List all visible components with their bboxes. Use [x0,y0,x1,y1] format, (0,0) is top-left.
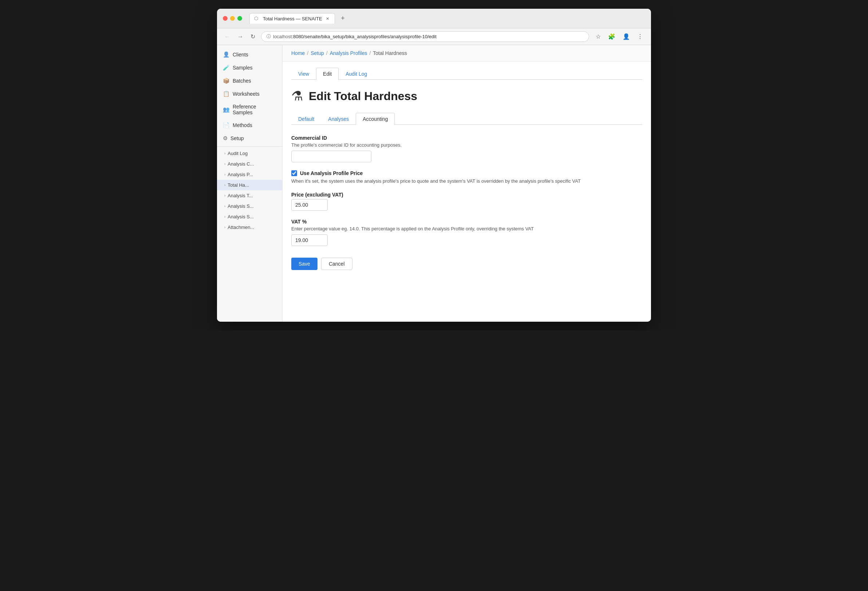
checkbox-row: Use Analysis Profile Price [291,170,583,176]
sidebar-sub-section: › Audit Log › Analysis C... › Analysis P… [217,146,282,233]
tab-analyses[interactable]: Analyses [321,113,356,125]
breadcrumb-setup[interactable]: Setup [311,50,324,56]
tab-close-button[interactable]: ✕ [325,16,330,21]
traffic-lights [223,16,242,21]
sidebar-sub-analysis-s2[interactable]: › Analysis S... [217,211,282,222]
sidebar-sub-label: Total Ha... [227,182,249,188]
accounting-form: Commercial ID The profile's commercial I… [291,135,583,270]
sidebar-sub-analysis-t[interactable]: › Analysis T... [217,190,282,201]
sidebar-item-methods[interactable]: 📄 Methods [217,119,282,132]
sidebar-sub-label: Analysis S... [227,203,254,209]
forward-button[interactable]: → [236,32,245,41]
sidebar-sub-label: Attachmen... [227,224,254,230]
chevron-icon: › [224,162,225,166]
vat-field: VAT % Enter percentage value eg. 14.0. T… [291,219,583,246]
address-bar[interactable]: ⓘ localhost:8080/senaite/bika_setup/bika… [261,31,589,42]
methods-icon: 📄 [223,122,230,128]
chevron-icon: › [224,215,225,219]
tab-default[interactable]: Default [291,113,321,125]
sidebar-item-label: Reference Samples [233,104,276,115]
main-content: Home / Setup / Analysis Profiles / Total… [282,45,651,322]
back-button[interactable]: ← [223,32,232,41]
maximize-button[interactable] [238,16,242,21]
breadcrumb-home[interactable]: Home [291,50,305,56]
sidebar-item-batches[interactable]: 📦 Batches [217,74,282,87]
extensions-button[interactable]: 🧩 [606,32,617,41]
vat-input[interactable] [291,234,328,246]
bookmark-button[interactable]: ☆ [593,32,603,41]
sidebar-item-reference-samples[interactable]: 👥 Reference Samples [217,100,282,119]
sidebar-sub-label: Audit Log [227,151,248,156]
tab-view[interactable]: View [291,68,316,80]
sidebar-item-label: Worksheets [233,91,260,97]
chevron-icon: › [224,183,225,187]
commercial-id-label: Commercial ID [291,135,583,141]
sidebar-sub-analysis-p[interactable]: › Analysis P... [217,169,282,180]
chevron-icon: › [224,194,225,197]
reload-button[interactable]: ↻ [249,32,257,41]
content-area: View Edit Audit Log ⚗ Edit Total Hardnes… [282,62,651,284]
tab-edit[interactable]: Edit [316,68,339,80]
sidebar-item-clients[interactable]: 👤 Clients [217,48,282,61]
active-tab[interactable]: ⬡ Total Hardness — SENAITE ✕ [249,13,335,24]
sidebar-item-worksheets[interactable]: 📋 Worksheets [217,87,282,100]
price-field: Price (excluding VAT) [291,192,583,211]
browser-titlebar: ⬡ Total Hardness — SENAITE ✕ + [217,9,651,28]
chevron-icon: › [224,151,225,155]
breadcrumb: Home / Setup / Analysis Profiles / Total… [282,45,651,62]
tab-accounting[interactable]: Accounting [356,113,395,125]
use-profile-price-checkbox[interactable] [291,170,297,176]
toolbar-actions: ☆ 🧩 👤 ⋮ [593,32,645,41]
minimize-button[interactable] [230,16,235,21]
sidebar-sub-analysis-c[interactable]: › Analysis C... [217,159,282,169]
cancel-button[interactable]: Cancel [321,258,353,270]
breadcrumb-sep: / [307,50,309,56]
url-display: localhost:8080/senaite/bika_setup/bika_a… [273,34,437,39]
breadcrumb-sep: / [369,50,371,56]
page-title-row: ⚗ Edit Total Hardness [291,88,642,104]
use-profile-price-description: When it's set, the system uses the analy… [291,178,583,184]
save-button[interactable]: Save [291,258,317,270]
batches-icon: 📦 [223,78,230,84]
commercial-id-input[interactable] [291,151,371,162]
close-button[interactable] [223,16,227,21]
sidebar-sub-analysis-s1[interactable]: › Analysis S... [217,201,282,211]
price-label: Price (excluding VAT) [291,192,583,197]
use-profile-price-label[interactable]: Use Analysis Profile Price [300,170,363,176]
sidebar-item-label: Batches [233,78,251,84]
sidebar-item-label: Clients [233,52,248,57]
breadcrumb-sep: / [326,50,328,56]
profile-button[interactable]: 👤 [620,32,632,41]
menu-button[interactable]: ⋮ [635,32,645,41]
clients-icon: 👤 [223,51,230,58]
tab-audit-log[interactable]: Audit Log [339,68,374,80]
sidebar-sub-audit-log[interactable]: › Audit Log [217,148,282,159]
sidebar-sub-label: Analysis S... [227,214,254,220]
chevron-icon: › [224,225,225,229]
chevron-icon: › [224,204,225,208]
tab-favicon: ⬡ [254,16,260,22]
breadcrumb-analysis-profiles[interactable]: Analysis Profiles [330,50,368,56]
page-title: Edit Total Hardness [309,90,417,103]
vat-description: Enter percentage value eg. 14.0. This pe… [291,226,583,231]
sidebar-item-samples[interactable]: 🧪 Samples [217,61,282,74]
sidebar-item-label: Setup [230,136,244,141]
price-input[interactable] [291,199,328,211]
sidebar-sub-label: Analysis P... [227,172,253,177]
form-actions: Save Cancel [291,258,583,270]
view-tabs: View Edit Audit Log [291,62,642,80]
commercial-id-field: Commercial ID The profile's commercial I… [291,135,583,162]
sidebar-sub-attachments[interactable]: › Attachmen... [217,222,282,233]
browser-addressbar: ← → ↻ ⓘ localhost:8080/senaite/bika_setu… [217,28,651,45]
sidebar-item-setup[interactable]: ⚙ Setup [217,132,282,145]
worksheets-icon: 📋 [223,91,230,97]
new-tab-button[interactable]: + [338,13,348,24]
vat-label: VAT % [291,219,583,224]
samples-icon: 🧪 [223,65,230,71]
setup-icon: ⚙ [223,135,227,141]
security-icon: ⓘ [267,34,271,40]
content-tabs: Default Analyses Accounting [291,112,642,125]
sidebar-item-label: Methods [233,122,252,128]
sidebar-sub-total-ha[interactable]: › Total Ha... [217,180,282,190]
tab-bar: ⬡ Total Hardness — SENAITE ✕ + [249,13,348,24]
